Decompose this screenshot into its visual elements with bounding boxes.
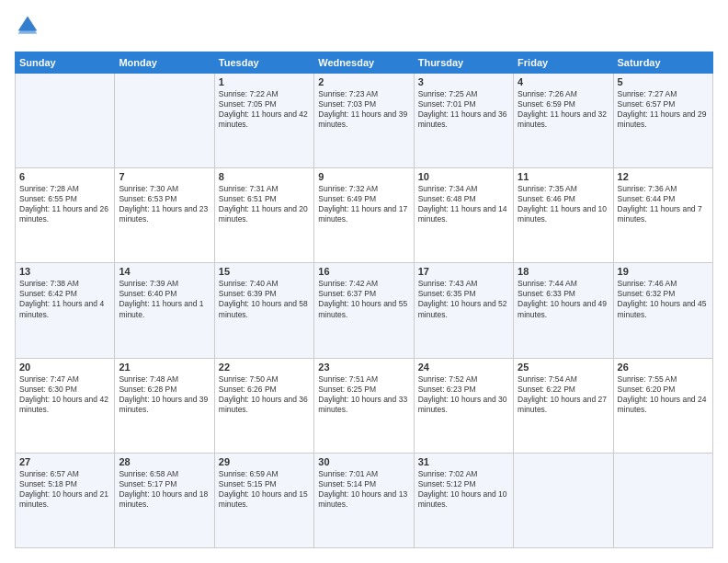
calendar-cell: 7Sunrise: 7:30 AM Sunset: 6:53 PM Daylig… [115,168,214,263]
cell-info: Sunrise: 7:31 AM Sunset: 6:51 PM Dayligh… [219,184,310,224]
logo [15,15,39,40]
calendar-cell: 10Sunrise: 7:34 AM Sunset: 6:48 PM Dayli… [414,168,513,263]
calendar-cell: 13Sunrise: 7:38 AM Sunset: 6:42 PM Dayli… [16,263,115,358]
day-number: 30 [318,456,409,467]
cell-info: Sunrise: 7:52 AM Sunset: 6:23 PM Dayligh… [418,374,509,415]
day-number: 21 [119,362,210,373]
weekday-header-thursday: Thursday [414,52,513,74]
cell-info: Sunrise: 7:26 AM Sunset: 6:59 PM Dayligh… [518,89,609,130]
calendar-cell: 23Sunrise: 7:51 AM Sunset: 6:25 PM Dayli… [314,358,414,453]
cell-info: Sunrise: 7:54 AM Sunset: 6:22 PM Dayligh… [518,374,609,415]
day-number: 25 [518,362,609,373]
cell-info: Sunrise: 7:40 AM Sunset: 6:39 PM Dayligh… [219,279,310,319]
day-number: 15 [219,266,310,277]
weekday-header-wednesday: Wednesday [314,52,414,74]
calendar-cell: 5Sunrise: 7:27 AM Sunset: 6:57 PM Daylig… [613,74,712,168]
weekday-header-sunday: Sunday [16,52,115,74]
calendar-cell: 26Sunrise: 7:55 AM Sunset: 6:20 PM Dayli… [613,358,712,453]
calendar-cell: 17Sunrise: 7:43 AM Sunset: 6:35 PM Dayli… [414,263,513,358]
calendar-cell: 8Sunrise: 7:31 AM Sunset: 6:51 PM Daylig… [214,168,313,263]
cell-info: Sunrise: 7:55 AM Sunset: 6:20 PM Dayligh… [618,374,709,415]
calendar-cell [115,74,214,168]
day-number: 22 [219,362,310,373]
day-number: 26 [618,362,709,373]
cell-info: Sunrise: 7:42 AM Sunset: 6:37 PM Dayligh… [318,279,409,319]
cell-info: Sunrise: 7:22 AM Sunset: 7:05 PM Dayligh… [219,89,310,130]
day-number: 27 [19,456,110,467]
cell-info: Sunrise: 7:44 AM Sunset: 6:33 PM Dayligh… [518,279,609,319]
cell-info: Sunrise: 7:48 AM Sunset: 6:28 PM Dayligh… [119,374,210,415]
day-number: 23 [318,362,409,373]
day-number: 10 [418,171,509,182]
cell-info: Sunrise: 7:46 AM Sunset: 6:32 PM Dayligh… [618,279,709,319]
cell-info: Sunrise: 7:43 AM Sunset: 6:35 PM Dayligh… [418,279,509,319]
day-number: 17 [418,266,509,277]
day-number: 7 [119,171,210,182]
cell-info: Sunrise: 7:25 AM Sunset: 7:01 PM Dayligh… [418,89,509,130]
weekday-header-tuesday: Tuesday [214,52,313,74]
calendar-cell: 9Sunrise: 7:32 AM Sunset: 6:49 PM Daylig… [314,168,414,263]
day-number: 1 [219,76,310,87]
day-number: 29 [219,456,310,467]
day-number: 18 [518,266,609,277]
cell-info: Sunrise: 6:59 AM Sunset: 5:15 PM Dayligh… [219,469,310,510]
cell-info: Sunrise: 7:51 AM Sunset: 6:25 PM Dayligh… [318,374,409,415]
week-row-2: 6Sunrise: 7:28 AM Sunset: 6:55 PM Daylig… [16,168,713,263]
day-number: 20 [19,362,110,373]
cell-info: Sunrise: 7:34 AM Sunset: 6:48 PM Dayligh… [418,184,509,224]
day-number: 19 [618,266,709,277]
calendar-cell [514,453,613,547]
calendar-cell: 6Sunrise: 7:28 AM Sunset: 6:55 PM Daylig… [16,168,115,263]
calendar-cell: 20Sunrise: 7:47 AM Sunset: 6:30 PM Dayli… [16,358,115,453]
day-number: 4 [518,76,609,87]
day-number: 13 [19,266,110,277]
day-number: 14 [119,266,210,277]
calendar-table: SundayMondayTuesdayWednesdayThursdayFrid… [15,52,713,548]
day-number: 24 [418,362,509,373]
weekday-header-monday: Monday [115,52,214,74]
day-number: 5 [618,76,709,87]
cell-info: Sunrise: 7:28 AM Sunset: 6:55 PM Dayligh… [19,184,110,224]
week-row-1: 1Sunrise: 7:22 AM Sunset: 7:05 PM Daylig… [16,74,713,168]
cell-info: Sunrise: 7:23 AM Sunset: 7:03 PM Dayligh… [318,89,409,130]
calendar-cell: 19Sunrise: 7:46 AM Sunset: 6:32 PM Dayli… [613,263,712,358]
calendar-cell: 1Sunrise: 7:22 AM Sunset: 7:05 PM Daylig… [214,74,313,168]
calendar-cell: 21Sunrise: 7:48 AM Sunset: 6:28 PM Dayli… [115,358,214,453]
calendar-cell: 4Sunrise: 7:26 AM Sunset: 6:59 PM Daylig… [514,74,613,168]
calendar-cell: 3Sunrise: 7:25 AM Sunset: 7:01 PM Daylig… [414,74,513,168]
calendar-cell: 24Sunrise: 7:52 AM Sunset: 6:23 PM Dayli… [414,358,513,453]
cell-info: Sunrise: 7:38 AM Sunset: 6:42 PM Dayligh… [19,279,110,319]
day-number: 12 [618,171,709,182]
day-number: 6 [19,171,110,182]
calendar-cell: 11Sunrise: 7:35 AM Sunset: 6:46 PM Dayli… [514,168,613,263]
cell-info: Sunrise: 7:36 AM Sunset: 6:44 PM Dayligh… [618,184,709,224]
calendar-cell: 28Sunrise: 6:58 AM Sunset: 5:17 PM Dayli… [115,453,214,547]
calendar-cell: 22Sunrise: 7:50 AM Sunset: 6:26 PM Dayli… [214,358,313,453]
cell-info: Sunrise: 7:32 AM Sunset: 6:49 PM Dayligh… [318,184,409,224]
cell-info: Sunrise: 7:02 AM Sunset: 5:12 PM Dayligh… [418,469,509,510]
day-number: 2 [318,76,409,87]
calendar-cell: 18Sunrise: 7:44 AM Sunset: 6:33 PM Dayli… [514,263,613,358]
calendar-cell: 27Sunrise: 6:57 AM Sunset: 5:18 PM Dayli… [16,453,115,547]
week-row-3: 13Sunrise: 7:38 AM Sunset: 6:42 PM Dayli… [16,263,713,358]
week-row-5: 27Sunrise: 6:57 AM Sunset: 5:18 PM Dayli… [16,453,713,547]
day-number: 3 [418,76,509,87]
calendar-cell: 2Sunrise: 7:23 AM Sunset: 7:03 PM Daylig… [314,74,414,168]
calendar-cell: 16Sunrise: 7:42 AM Sunset: 6:37 PM Dayli… [314,263,414,358]
day-number: 11 [518,171,609,182]
page: SundayMondayTuesdayWednesdayThursdayFrid… [0,0,728,563]
calendar-cell [16,74,115,168]
day-number: 16 [318,266,409,277]
cell-info: Sunrise: 7:35 AM Sunset: 6:46 PM Dayligh… [518,184,609,224]
calendar-cell: 14Sunrise: 7:39 AM Sunset: 6:40 PM Dayli… [115,263,214,358]
calendar-cell: 30Sunrise: 7:01 AM Sunset: 5:14 PM Dayli… [314,453,414,547]
calendar-cell [613,453,712,547]
cell-info: Sunrise: 7:39 AM Sunset: 6:40 PM Dayligh… [119,279,210,319]
day-number: 9 [318,171,409,182]
day-number: 8 [219,171,310,182]
calendar-cell: 15Sunrise: 7:40 AM Sunset: 6:39 PM Dayli… [214,263,313,358]
cell-info: Sunrise: 6:58 AM Sunset: 5:17 PM Dayligh… [119,469,210,510]
header [15,15,713,40]
weekday-header-saturday: Saturday [613,52,712,74]
calendar-cell: 31Sunrise: 7:02 AM Sunset: 5:12 PM Dayli… [414,453,513,547]
